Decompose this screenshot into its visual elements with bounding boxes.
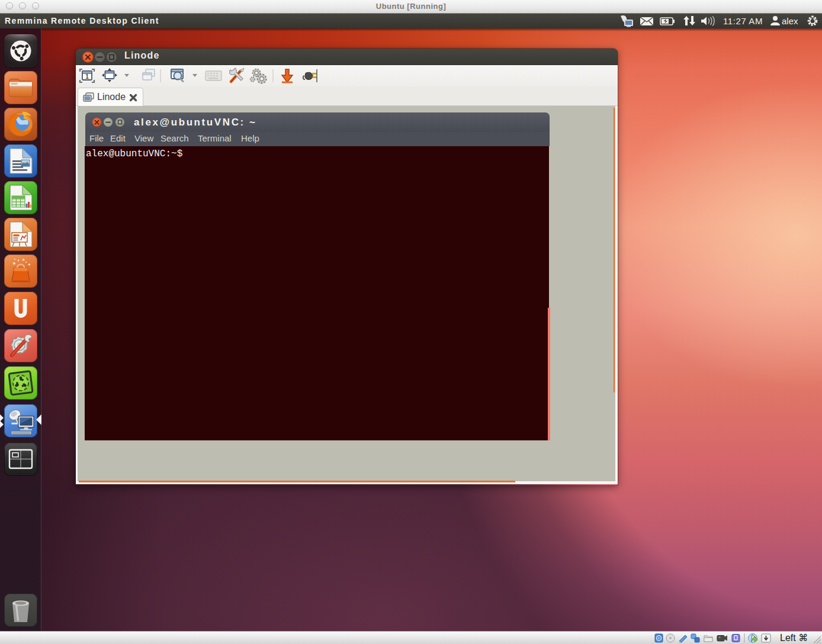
svg-text:1: 1 xyxy=(85,73,89,80)
